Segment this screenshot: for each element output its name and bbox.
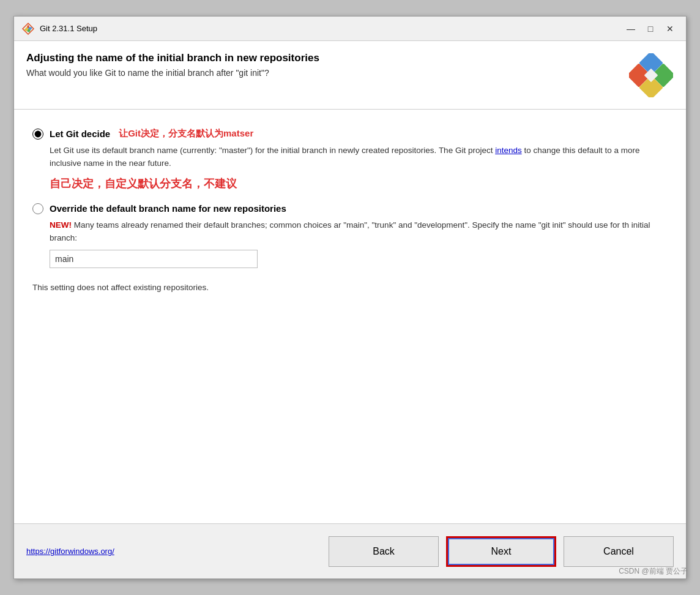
close-button[interactable]: ✕ [661, 21, 679, 36]
page-subtitle: What would you like Git to name the init… [26, 68, 628, 78]
title-bar: Git 2.31.1 Setup — □ ✕ [14, 17, 686, 41]
watermark: CSDN @前端 贾公子 [619, 566, 688, 577]
main-content: Let Git decide 让Git决定，分支名默认为matser Let G… [14, 110, 686, 523]
option2-block: Override the default branch name for new… [32, 203, 668, 268]
setup-window: Git 2.31.1 Setup — □ ✕ Adjusting the nam… [13, 16, 687, 579]
option1-radio[interactable] [32, 129, 43, 140]
option2-desc-text: Many teams already renamed their default… [50, 220, 650, 242]
bottom-bar: https://gitforwindows.org/ Back Next Can… [14, 523, 686, 578]
website-link[interactable]: https://gitforwindows.org/ [26, 547, 329, 556]
page-title: Adjusting the name of the initial branch… [26, 52, 628, 64]
git-logo [628, 52, 674, 98]
footer-note: This setting does not affect existing re… [32, 283, 668, 292]
option1-desc1: Let Git use its default branch name (cur… [50, 146, 640, 168]
action-buttons: Back Next Cancel [329, 536, 674, 567]
option1-row: Let Git decide 让Git决定，分支名默认为matser [32, 128, 668, 140]
header-section: Adjusting the name of the initial branch… [14, 41, 686, 110]
header-text: Adjusting the name of the initial branch… [26, 52, 628, 78]
branch-name-input[interactable] [50, 250, 258, 268]
option1-annotation: 让Git决定，分支名默认为matser [119, 128, 253, 140]
intends-link[interactable]: intends [495, 146, 522, 155]
option2-label: Override the default branch name for new… [50, 203, 286, 214]
option1-label: Let Git decide [50, 129, 110, 139]
app-logo [21, 22, 35, 36]
maximize-button[interactable]: □ [642, 21, 659, 36]
back-button[interactable]: Back [329, 536, 439, 567]
title-bar-controls: — □ ✕ [622, 21, 679, 36]
option2-description: NEW! Many teams already renamed their de… [50, 219, 668, 245]
option2-row: Override the default branch name for new… [32, 203, 668, 214]
next-button[interactable]: Next [446, 536, 556, 567]
title-bar-text: Git 2.31.1 Setup [40, 24, 622, 33]
minimize-button[interactable]: — [622, 21, 639, 36]
option1-annotation2: 自己决定，自定义默认分支名，不建议 [50, 176, 668, 191]
cancel-button[interactable]: Cancel [564, 536, 674, 567]
option2-radio[interactable] [32, 203, 43, 214]
option1-block: Let Git decide 让Git决定，分支名默认为matser Let G… [32, 128, 668, 191]
new-label: NEW! [50, 220, 72, 230]
option1-description: Let Git use its default branch name (cur… [50, 144, 668, 170]
svg-rect-9 [644, 68, 658, 82]
